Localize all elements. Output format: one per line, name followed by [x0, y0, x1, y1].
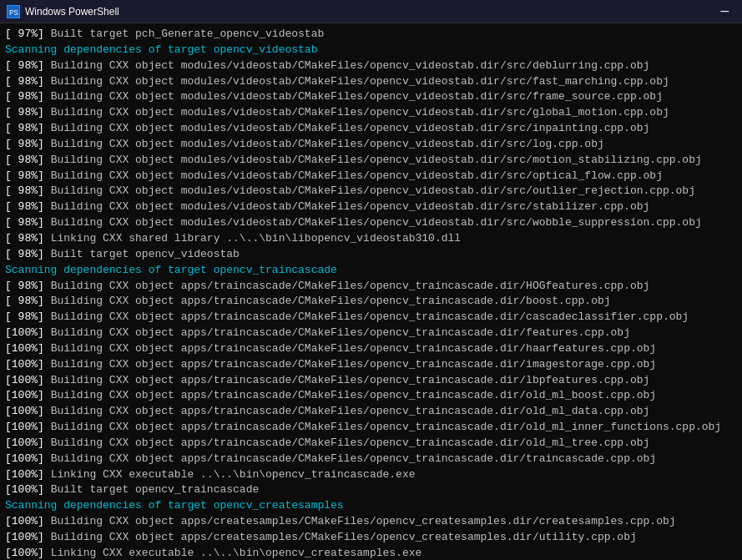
powershell-icon: PS: [7, 5, 20, 18]
terminal-line: Scanning dependencies of target opencv_t…: [5, 263, 737, 279]
terminal-line: [ 98%] Building CXX object modules/video…: [5, 184, 737, 199]
terminal-line: [100%] Building CXX object apps/traincas…: [5, 357, 737, 373]
terminal-line: Scanning dependencies of target opencv_v…: [5, 43, 737, 58]
terminal-line: [100%] Building CXX object apps/traincas…: [5, 388, 737, 404]
terminal-line: [ 98%] Building CXX object modules/video…: [5, 121, 737, 137]
terminal-line: [100%] Building CXX object apps/createsa…: [5, 514, 737, 530]
terminal-line: [ 98%] Building CXX object modules/video…: [5, 169, 737, 184]
terminal-line: [100%] Building CXX object apps/traincas…: [5, 404, 737, 420]
terminal-line: [100%] Linking CXX executable ..\..\bin\…: [5, 546, 737, 560]
terminal-line: [ 98%] Building CXX object apps/traincas…: [5, 294, 737, 310]
terminal-line: [ 98%] Building CXX object modules/video…: [5, 215, 737, 231]
terminal-line: [ 98%] Building CXX object apps/traincas…: [5, 279, 737, 295]
terminal-line: [100%] Building CXX object apps/traincas…: [5, 373, 737, 389]
terminal-line: [100%] Building CXX object apps/createsa…: [5, 530, 737, 546]
terminal-line: [ 98%] Building CXX object modules/video…: [5, 89, 737, 105]
svg-text:PS: PS: [9, 9, 18, 18]
terminal-line: [ 98%] Building CXX object apps/traincas…: [5, 310, 737, 325]
window-title: Windows PowerShell: [25, 6, 714, 18]
terminal-output: [ 97%] Built target pch_Generate_opencv_…: [0, 23, 742, 560]
terminal-line: [100%] Building CXX object apps/traincas…: [5, 436, 737, 452]
terminal-line: [100%] Building CXX object apps/traincas…: [5, 420, 737, 436]
terminal-line: [ 98%] Building CXX object modules/video…: [5, 58, 737, 74]
terminal-line: [ 98%] Building CXX object modules/video…: [5, 105, 737, 121]
terminal-line: [ 97%] Built target pch_Generate_opencv_…: [5, 27, 737, 43]
titlebar: PS Windows PowerShell —: [0, 0, 742, 23]
terminal-line: [100%] Building CXX object apps/traincas…: [5, 452, 737, 467]
terminal-line: [ 98%] Linking CXX shared library ..\..\…: [5, 231, 737, 247]
terminal-line: [100%] Building CXX object apps/traincas…: [5, 325, 737, 341]
terminal-line: [100%] Built target opencv_traincascade: [5, 482, 737, 498]
terminal-line: [100%] Building CXX object apps/traincas…: [5, 341, 737, 357]
terminal-line: [ 98%] Built target opencv_videostab: [5, 247, 737, 263]
terminal-line: [ 98%] Building CXX object modules/video…: [5, 153, 737, 169]
terminal-line: [ 98%] Building CXX object modules/video…: [5, 199, 737, 215]
terminal-line: [100%] Linking CXX executable ..\..\bin\…: [5, 467, 737, 483]
terminal-line: [ 98%] Building CXX object modules/video…: [5, 137, 737, 153]
terminal-line: Scanning dependencies of target opencv_c…: [5, 498, 737, 514]
minimize-button[interactable]: —: [714, 0, 735, 23]
terminal-line: [ 98%] Building CXX object modules/video…: [5, 74, 737, 90]
